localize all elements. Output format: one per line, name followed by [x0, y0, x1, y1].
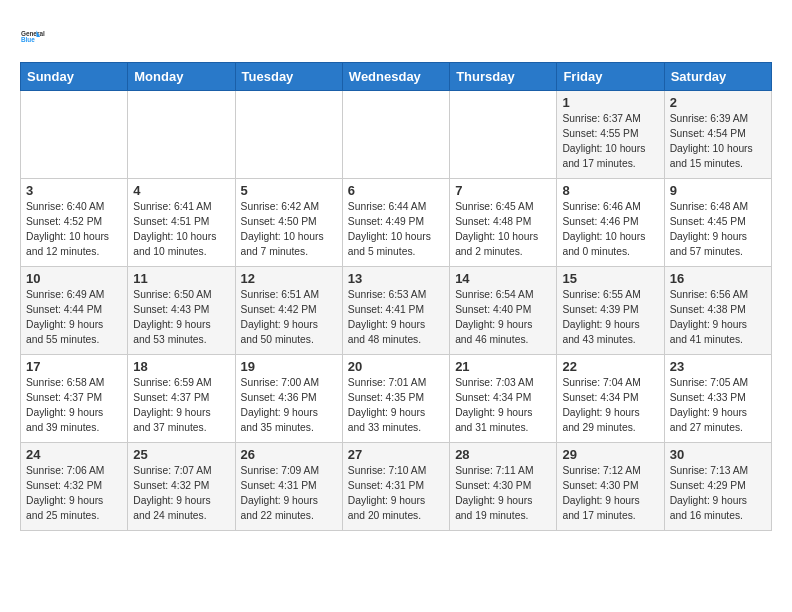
day-number: 7: [455, 183, 551, 198]
day-info: Sunrise: 6:42 AM Sunset: 4:50 PM Dayligh…: [241, 200, 337, 260]
day-info: Sunrise: 6:58 AM Sunset: 4:37 PM Dayligh…: [26, 376, 122, 436]
calendar-week-2: 3Sunrise: 6:40 AM Sunset: 4:52 PM Daylig…: [21, 179, 772, 267]
day-info: Sunrise: 6:39 AM Sunset: 4:54 PM Dayligh…: [670, 112, 766, 172]
day-number: 11: [133, 271, 229, 286]
day-info: Sunrise: 6:45 AM Sunset: 4:48 PM Dayligh…: [455, 200, 551, 260]
day-number: 27: [348, 447, 444, 462]
day-info: Sunrise: 7:10 AM Sunset: 4:31 PM Dayligh…: [348, 464, 444, 524]
day-number: 1: [562, 95, 658, 110]
day-number: 8: [562, 183, 658, 198]
weekday-header-monday: Monday: [128, 63, 235, 91]
day-info: Sunrise: 7:03 AM Sunset: 4:34 PM Dayligh…: [455, 376, 551, 436]
calendar-cell: 6Sunrise: 6:44 AM Sunset: 4:49 PM Daylig…: [342, 179, 449, 267]
weekday-header-thursday: Thursday: [450, 63, 557, 91]
weekday-header-row: SundayMondayTuesdayWednesdayThursdayFrid…: [21, 63, 772, 91]
day-info: Sunrise: 7:13 AM Sunset: 4:29 PM Dayligh…: [670, 464, 766, 524]
day-number: 13: [348, 271, 444, 286]
logo: General Blue: [20, 20, 56, 52]
day-number: 16: [670, 271, 766, 286]
weekday-header-saturday: Saturday: [664, 63, 771, 91]
day-number: 12: [241, 271, 337, 286]
calendar-cell: [450, 91, 557, 179]
day-info: Sunrise: 6:44 AM Sunset: 4:49 PM Dayligh…: [348, 200, 444, 260]
weekday-header-sunday: Sunday: [21, 63, 128, 91]
weekday-header-friday: Friday: [557, 63, 664, 91]
day-info: Sunrise: 7:04 AM Sunset: 4:34 PM Dayligh…: [562, 376, 658, 436]
svg-text:Blue: Blue: [21, 36, 35, 43]
calendar-cell: 28Sunrise: 7:11 AM Sunset: 4:30 PM Dayli…: [450, 443, 557, 531]
day-number: 17: [26, 359, 122, 374]
calendar-cell: 3Sunrise: 6:40 AM Sunset: 4:52 PM Daylig…: [21, 179, 128, 267]
calendar-cell: 15Sunrise: 6:55 AM Sunset: 4:39 PM Dayli…: [557, 267, 664, 355]
day-info: Sunrise: 6:59 AM Sunset: 4:37 PM Dayligh…: [133, 376, 229, 436]
calendar-cell: 22Sunrise: 7:04 AM Sunset: 4:34 PM Dayli…: [557, 355, 664, 443]
calendar-cell: 20Sunrise: 7:01 AM Sunset: 4:35 PM Dayli…: [342, 355, 449, 443]
calendar-cell: 4Sunrise: 6:41 AM Sunset: 4:51 PM Daylig…: [128, 179, 235, 267]
calendar-header: SundayMondayTuesdayWednesdayThursdayFrid…: [21, 63, 772, 91]
day-info: Sunrise: 6:53 AM Sunset: 4:41 PM Dayligh…: [348, 288, 444, 348]
calendar-cell: 17Sunrise: 6:58 AM Sunset: 4:37 PM Dayli…: [21, 355, 128, 443]
calendar-cell: 10Sunrise: 6:49 AM Sunset: 4:44 PM Dayli…: [21, 267, 128, 355]
day-info: Sunrise: 6:46 AM Sunset: 4:46 PM Dayligh…: [562, 200, 658, 260]
calendar-cell: [342, 91, 449, 179]
calendar-cell: 21Sunrise: 7:03 AM Sunset: 4:34 PM Dayli…: [450, 355, 557, 443]
calendar-cell: 24Sunrise: 7:06 AM Sunset: 4:32 PM Dayli…: [21, 443, 128, 531]
calendar-cell: 14Sunrise: 6:54 AM Sunset: 4:40 PM Dayli…: [450, 267, 557, 355]
calendar-cell: 26Sunrise: 7:09 AM Sunset: 4:31 PM Dayli…: [235, 443, 342, 531]
day-number: 10: [26, 271, 122, 286]
day-number: 5: [241, 183, 337, 198]
calendar-cell: 11Sunrise: 6:50 AM Sunset: 4:43 PM Dayli…: [128, 267, 235, 355]
calendar-cell: 8Sunrise: 6:46 AM Sunset: 4:46 PM Daylig…: [557, 179, 664, 267]
day-info: Sunrise: 6:55 AM Sunset: 4:39 PM Dayligh…: [562, 288, 658, 348]
calendar-cell: 25Sunrise: 7:07 AM Sunset: 4:32 PM Dayli…: [128, 443, 235, 531]
calendar-cell: 9Sunrise: 6:48 AM Sunset: 4:45 PM Daylig…: [664, 179, 771, 267]
calendar-cell: 7Sunrise: 6:45 AM Sunset: 4:48 PM Daylig…: [450, 179, 557, 267]
calendar-cell: 13Sunrise: 6:53 AM Sunset: 4:41 PM Dayli…: [342, 267, 449, 355]
day-info: Sunrise: 6:56 AM Sunset: 4:38 PM Dayligh…: [670, 288, 766, 348]
calendar-cell: [21, 91, 128, 179]
day-number: 19: [241, 359, 337, 374]
calendar-cell: 5Sunrise: 6:42 AM Sunset: 4:50 PM Daylig…: [235, 179, 342, 267]
day-info: Sunrise: 6:37 AM Sunset: 4:55 PM Dayligh…: [562, 112, 658, 172]
day-number: 9: [670, 183, 766, 198]
day-info: Sunrise: 6:48 AM Sunset: 4:45 PM Dayligh…: [670, 200, 766, 260]
day-number: 28: [455, 447, 551, 462]
calendar-week-3: 10Sunrise: 6:49 AM Sunset: 4:44 PM Dayli…: [21, 267, 772, 355]
day-number: 3: [26, 183, 122, 198]
day-info: Sunrise: 6:51 AM Sunset: 4:42 PM Dayligh…: [241, 288, 337, 348]
day-number: 18: [133, 359, 229, 374]
day-number: 21: [455, 359, 551, 374]
calendar-week-4: 17Sunrise: 6:58 AM Sunset: 4:37 PM Dayli…: [21, 355, 772, 443]
day-number: 26: [241, 447, 337, 462]
day-info: Sunrise: 7:11 AM Sunset: 4:30 PM Dayligh…: [455, 464, 551, 524]
day-number: 2: [670, 95, 766, 110]
day-number: 25: [133, 447, 229, 462]
day-number: 4: [133, 183, 229, 198]
day-info: Sunrise: 7:01 AM Sunset: 4:35 PM Dayligh…: [348, 376, 444, 436]
day-number: 14: [455, 271, 551, 286]
page-header: General Blue: [20, 20, 772, 52]
weekday-header-tuesday: Tuesday: [235, 63, 342, 91]
day-number: 30: [670, 447, 766, 462]
calendar-cell: 12Sunrise: 6:51 AM Sunset: 4:42 PM Dayli…: [235, 267, 342, 355]
day-info: Sunrise: 7:09 AM Sunset: 4:31 PM Dayligh…: [241, 464, 337, 524]
calendar-body: 1Sunrise: 6:37 AM Sunset: 4:55 PM Daylig…: [21, 91, 772, 531]
logo-icon: General Blue: [20, 20, 52, 52]
day-number: 20: [348, 359, 444, 374]
day-info: Sunrise: 7:05 AM Sunset: 4:33 PM Dayligh…: [670, 376, 766, 436]
calendar-cell: 30Sunrise: 7:13 AM Sunset: 4:29 PM Dayli…: [664, 443, 771, 531]
calendar-table: SundayMondayTuesdayWednesdayThursdayFrid…: [20, 62, 772, 531]
day-number: 29: [562, 447, 658, 462]
day-info: Sunrise: 7:06 AM Sunset: 4:32 PM Dayligh…: [26, 464, 122, 524]
calendar-week-1: 1Sunrise: 6:37 AM Sunset: 4:55 PM Daylig…: [21, 91, 772, 179]
day-info: Sunrise: 7:12 AM Sunset: 4:30 PM Dayligh…: [562, 464, 658, 524]
day-number: 15: [562, 271, 658, 286]
calendar-cell: [235, 91, 342, 179]
weekday-header-wednesday: Wednesday: [342, 63, 449, 91]
day-info: Sunrise: 6:40 AM Sunset: 4:52 PM Dayligh…: [26, 200, 122, 260]
day-info: Sunrise: 6:50 AM Sunset: 4:43 PM Dayligh…: [133, 288, 229, 348]
day-number: 24: [26, 447, 122, 462]
calendar-cell: 2Sunrise: 6:39 AM Sunset: 4:54 PM Daylig…: [664, 91, 771, 179]
day-number: 22: [562, 359, 658, 374]
calendar-cell: 23Sunrise: 7:05 AM Sunset: 4:33 PM Dayli…: [664, 355, 771, 443]
